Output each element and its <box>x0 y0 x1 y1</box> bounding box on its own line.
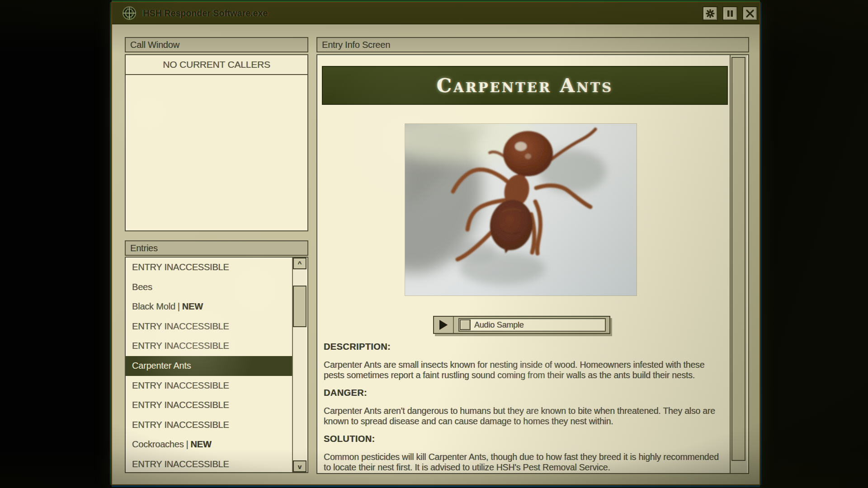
entry-label: Bees <box>132 282 152 292</box>
entry-label: Black Mold <box>132 301 175 311</box>
audio-seek-track[interactable]: Audio Sample <box>458 318 606 332</box>
new-badge: NEW <box>182 301 203 311</box>
entry-info-panel: Carpenter Ants <box>316 54 749 474</box>
list-item: ENTRY INACCESSIBLE <box>126 317 294 337</box>
call-window-header: Call Window <box>125 37 308 52</box>
entries-header-label: Entries <box>130 243 158 253</box>
entry-label: ENTRY INACCESSIBLE <box>132 341 229 351</box>
gear-icon <box>706 9 715 18</box>
globe-logo-icon <box>122 6 137 20</box>
title-bar[interactable]: HSH Responder Software.exe <box>112 3 760 24</box>
list-item[interactable]: Cockroaches|NEW <box>126 435 294 455</box>
play-icon <box>439 320 448 330</box>
call-window-header-label: Call Window <box>130 40 179 50</box>
no-callers-text: NO CURRENT CALLERS <box>163 59 270 70</box>
entries-header: Entries <box>125 240 308 256</box>
section-heading: DESCRIPTION: <box>324 342 391 352</box>
entry-label: ENTRY INACCESSIBLE <box>132 420 229 430</box>
entry-label: Carpenter Ants <box>132 361 191 371</box>
entry-info-header: Entry Info Screen <box>316 37 749 52</box>
entry-label: ENTRY INACCESSIBLE <box>132 380 229 390</box>
entry-label: Cockroaches <box>132 439 184 449</box>
scroll-up-button[interactable]: ^ <box>293 258 307 269</box>
list-item: ENTRY INACCESSIBLE <box>126 258 294 277</box>
app-window: HSH Responder Software.exe <box>111 2 760 485</box>
list-item[interactable]: Black Mold|NEW <box>126 297 294 317</box>
entry-title: Carpenter Ants <box>437 75 613 97</box>
list-item: ENTRY INACCESSIBLE <box>126 455 294 473</box>
no-callers-banner: NO CURRENT CALLERS <box>126 55 307 75</box>
entry-label: ENTRY INACCESSIBLE <box>132 321 229 331</box>
window-title: HSH Responder Software.exe <box>143 8 268 19</box>
new-badge: NEW <box>191 439 212 449</box>
entries-scrollbar[interactable]: ^ v <box>292 258 307 472</box>
scroll-down-button[interactable]: v <box>293 460 307 472</box>
section-body: Carpenter Ants aren't dangerous to human… <box>324 406 727 426</box>
chevron-up-icon: ^ <box>298 260 302 267</box>
close-button[interactable] <box>742 6 758 21</box>
list-item[interactable]: Bees <box>126 277 294 297</box>
carpenter-ant-photo <box>405 124 637 296</box>
close-icon <box>745 9 755 18</box>
section-body: Common pesticides will kill Carpenter An… <box>324 452 727 472</box>
pause-button[interactable] <box>722 6 738 21</box>
list-item: ENTRY INACCESSIBLE <box>126 376 294 396</box>
list-item: ENTRY INACCESSIBLE <box>126 395 294 415</box>
badge-separator: | <box>178 301 180 311</box>
audio-player: Audio Sample <box>433 316 610 334</box>
section-heading: DANGER: <box>324 388 367 398</box>
list-item: ENTRY INACCESSIBLE <box>126 336 294 356</box>
entries-panel: ENTRY INACCESSIBLEBeesBlack Mold|NEWENTR… <box>125 257 308 473</box>
entry-info-scrollbar[interactable] <box>730 55 747 473</box>
badge-separator: | <box>186 439 189 449</box>
entry-info-header-label: Entry Info Screen <box>322 40 390 50</box>
section-heading: SOLUTION: <box>324 434 375 444</box>
entry-info-scrollbar-thumb[interactable] <box>731 57 745 461</box>
call-window-panel: NO CURRENT CALLERS <box>125 54 308 231</box>
list-item[interactable]: Carpenter Ants <box>126 356 294 376</box>
pause-icon <box>726 9 734 18</box>
scrollbar-thumb[interactable] <box>293 286 307 327</box>
entries-list: ENTRY INACCESSIBLEBeesBlack Mold|NEWENTR… <box>126 258 307 473</box>
audio-seek-handle[interactable] <box>460 319 471 330</box>
list-item: ENTRY INACCESSIBLE <box>126 415 294 435</box>
entry-label: ENTRY INACCESSIBLE <box>132 262 229 272</box>
audio-sample-label: Audio Sample <box>474 320 524 330</box>
chevron-down-icon: v <box>298 463 302 470</box>
entry-label: ENTRY INACCESSIBLE <box>132 400 229 410</box>
play-button[interactable] <box>434 317 454 333</box>
crt-screen: HSH Responder Software.exe <box>0 0 868 488</box>
section-body: Carpenter Ants are small insects known f… <box>324 360 727 380</box>
entry-label: ENTRY INACCESSIBLE <box>132 459 229 469</box>
settings-button[interactable] <box>703 6 718 21</box>
entry-title-banner: Carpenter Ants <box>322 66 728 105</box>
